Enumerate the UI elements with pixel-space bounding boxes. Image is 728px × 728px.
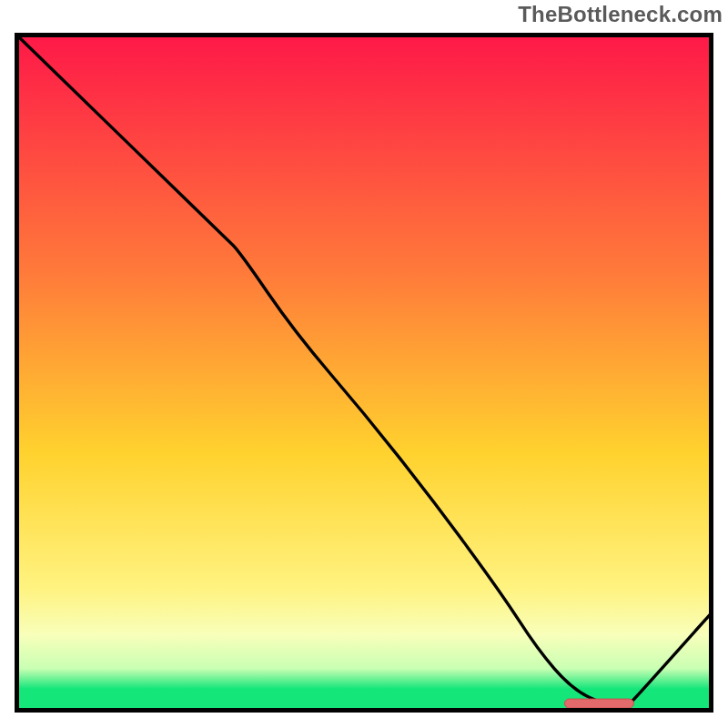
optimal-marker — [564, 699, 633, 708]
bottleneck-chart — [15, 33, 713, 713]
attribution-label: TheBottleneck.com — [518, 2, 723, 27]
page-root: TheBottleneck.com — [0, 0, 728, 728]
chart-svg — [15, 33, 713, 713]
